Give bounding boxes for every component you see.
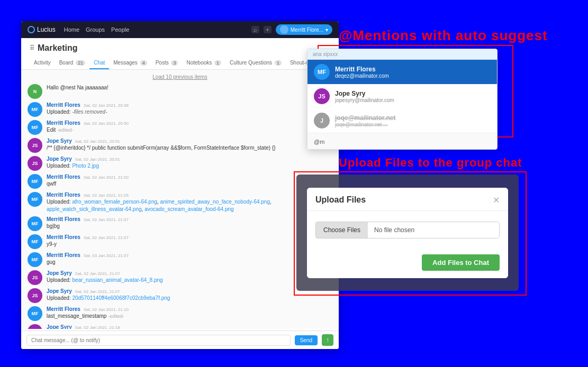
add-files-button[interactable]: Add Files to Chat	[422, 254, 500, 271]
app-window: Lucius Home Groups People ⌕ + Merritt Fl…	[21, 21, 339, 349]
avatar: MF	[28, 102, 42, 117]
choose-files-button[interactable]: Choose Files	[316, 222, 368, 238]
avatar: JS	[28, 156, 42, 171]
chat-input[interactable]	[26, 335, 291, 346]
msg-content: Jope Syry Sat, 02 Jan 2021, 20:51 Upload…	[47, 156, 332, 171]
msg-content: Merritt Flores Sat, 02 Jan 2021, 21:07 b…	[47, 216, 332, 231]
msg-content: Jope Syry Sat, 02 Jan 2021, 21:07 Upload…	[47, 288, 332, 303]
chat-message: JS Jope Syry Sat, 02 Jan 2021, 21:07 Upl…	[28, 270, 332, 285]
annotation-mentions-label: @Mentions with auto suggest	[339, 27, 548, 44]
msg-header: Merritt Flores Sat, 02 Jan 2021, 20:50	[47, 120, 332, 126]
top-nav: Lucius Home Groups People ⌕ + Merritt Fl…	[21, 21, 339, 38]
tabs-bar: Activity Board 21 Chat Messages 4 Posts …	[30, 57, 330, 69]
user-dropdown-icon: ▾	[325, 27, 328, 33]
tab-notebooks[interactable]: Notebooks 1	[182, 57, 225, 69]
chat-input-area: Send ↑	[21, 331, 339, 349]
tab-posts[interactable]: Posts 3	[151, 57, 183, 69]
msg-header: Merritt Flores Sat, 02 Jan 2021, 21:00	[47, 174, 332, 180]
chat-message: JS Jope Syry Sat, 02 Jan 2021, 20:51 Upl…	[28, 156, 332, 171]
msg-author: Merritt Flores	[47, 174, 80, 180]
user-avatar	[280, 25, 288, 34]
chat-message: N Hallo @nest Na jaaaaaaa!	[28, 84, 332, 99]
nav-logo: Lucius	[28, 26, 56, 33]
autocomplete-avatar-joqe: J	[314, 113, 330, 129]
msg-time: Sat, 02 Jan 2021, 21:18	[75, 325, 120, 329]
msg-content: Merritt Flores Sat, 03 Jan 2021, 21:07 g…	[47, 252, 332, 267]
msg-content: Hallo @nest Na jaaaaaaa!	[47, 84, 332, 99]
annotation-upload-label: Upload Files to the group chat	[339, 156, 522, 170]
chat-message: JS Jope Syry Sat, 02 Jan 2021, 21:18 las…	[28, 324, 332, 329]
msg-header: Merritt Flores Sat, 02 Jan 2021, 21:10	[47, 306, 332, 312]
msg-header: Jope Syry Sat, 02 Jan 2021, 21:18	[47, 324, 332, 329]
msg-text: Hallo @nest Na jaaaaaaa!	[47, 84, 332, 91]
msg-content: Merritt Flores Sat, 02 Jan 2021, 21:05 U…	[47, 192, 332, 213]
send-button[interactable]: Send	[295, 335, 318, 345]
msg-author: Merritt Flores	[47, 102, 80, 108]
msg-text: Uploaded: bear_russian_animal_avatar-64_…	[47, 277, 332, 284]
autocomplete-item-jope[interactable]: JS Jope Syry jopesyry@mailinator.com	[307, 84, 497, 108]
autocomplete-item-merritt[interactable]: MF Merritt Flores deqez@mailinator.com	[307, 60, 497, 84]
nav-links: Home Groups People	[64, 26, 130, 33]
avatar: MF	[28, 192, 42, 207]
nav-home[interactable]: Home	[64, 26, 79, 33]
chat-message: MF Merritt Flores Sat, 02 Jan 2021, 21:0…	[28, 234, 332, 249]
tab-messages[interactable]: Messages 4	[109, 57, 151, 69]
chat-message: JS Jope Syry Sat, 02 Jan 2021, 20:51 /**…	[28, 138, 332, 153]
msg-author: Jope Syry	[47, 288, 72, 294]
nav-groups[interactable]: Groups	[86, 26, 105, 33]
upload-modal-footer: Add Files to Chat	[307, 249, 508, 278]
msg-content: Jope Syry Sat, 02 Jan 2021, 20:51 /** {@…	[47, 138, 332, 153]
chat-area: Load 10 previous items N Hallo @nest Na …	[21, 70, 339, 329]
autocomplete-info-jope: Jope Syry jopesyry@mailinator.com	[335, 90, 491, 103]
load-more[interactable]: Load 10 previous items	[28, 74, 332, 80]
msg-time: Sat, 02 Jan 2021, 20:51	[75, 157, 120, 162]
msg-time: Sat, 02 Jan 2021, 21:00	[84, 175, 129, 180]
tab-activity[interactable]: Activity	[30, 57, 55, 69]
msg-content: Jope Syry Sat, 02 Jan 2021, 21:07 Upload…	[47, 270, 332, 285]
msg-text: Uploaded: Photo 2.jpg	[47, 162, 332, 170]
tab-culture[interactable]: Culture Questions 1	[225, 57, 286, 69]
avatar: JS	[28, 324, 42, 329]
msg-author: Merritt Flores	[47, 306, 80, 312]
upload-chat-button[interactable]: ↑	[322, 334, 333, 346]
tab-board[interactable]: Board 21	[55, 57, 89, 69]
autocomplete-header-text: ana xipxxx	[313, 51, 338, 57]
msg-text: Uploaded: 20d5701140ff4e60068f7c02cb9eba…	[47, 295, 332, 302]
msg-author: Jope Syry	[47, 156, 72, 162]
msg-text: bg|bg	[47, 223, 332, 230]
upload-modal-close-button[interactable]: ✕	[493, 195, 500, 205]
upload-modal-body: Choose Files No file chosen	[307, 211, 508, 249]
autocomplete-name-joqe: joqe@mailinator.net	[335, 114, 491, 122]
avatar: MF	[28, 216, 42, 231]
avatar: MF	[28, 306, 42, 321]
msg-time: Sat, 02 Jan 2021, 21:05	[84, 193, 129, 198]
msg-text: y9-y	[47, 241, 332, 248]
no-file-label: No file chosen	[368, 222, 499, 238]
autocomplete-input-row: @m	[307, 133, 497, 149]
nav-user[interactable]: Merritt Flore... ▾	[276, 24, 332, 35]
autocomplete-item-joqe[interactable]: J joqe@mailinator.net joqe@mailinator.ne…	[307, 108, 497, 133]
chat-message: MF Merritt Flores Sat, 02 Jan 2021, 21:1…	[28, 306, 332, 321]
tab-chat[interactable]: Chat	[89, 57, 109, 69]
msg-time: Sat, 02 Jan 2021, 21:10	[84, 307, 129, 312]
nav-people[interactable]: People	[111, 26, 129, 33]
avatar: N	[28, 84, 42, 99]
msg-header: Jope Syry Sat, 02 Jan 2021, 20:51	[47, 138, 332, 144]
msg-text: Uploaded: -files removed-	[47, 108, 332, 116]
nav-right: ⌕ + Merritt Flore... ▾	[251, 24, 332, 35]
msg-text: gug	[47, 259, 332, 266]
plus-icon[interactable]: +	[264, 26, 271, 33]
search-icon[interactable]: ⌕	[251, 26, 259, 33]
msg-header: Jope Syry Sat, 02 Jan 2021, 21:07	[47, 270, 332, 276]
msg-content: Merritt Flores Sat, 02 Jan 2021, 20:38 U…	[47, 102, 332, 117]
msg-time: Sat, 03 Jan 2021, 21:07	[84, 253, 129, 258]
autocomplete-popup: ana xipxxx MF Merritt Flores deqez@maili…	[307, 49, 497, 150]
user-name: Merritt Flore...	[291, 27, 323, 33]
avatar: MF	[28, 234, 42, 249]
group-header: ⠿ Marketing Activity Board 21 Chat Messa…	[21, 38, 339, 70]
msg-author: Merritt Flores	[47, 192, 80, 198]
msg-content: Jope Syry Sat, 02 Jan 2021, 21:18 last_m…	[47, 324, 332, 329]
chat-message: MF Merritt Flores Sat, 02 Jan 2021, 21:0…	[28, 192, 332, 213]
msg-header: Merritt Flores Sat, 02 Jan 2021, 21:07	[47, 234, 332, 240]
msg-author: Merritt Flores	[47, 234, 80, 240]
